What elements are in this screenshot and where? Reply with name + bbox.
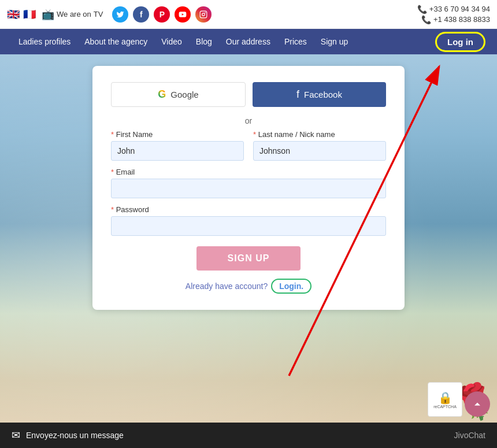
already-account-text: Already have account? Login. [111,279,386,294]
instagram-icon[interactable] [195,6,212,23]
facebook-label: Facebook [304,90,342,99]
login-button[interactable]: Log in [435,32,485,52]
phone-number-2: +1 438 838 8833 [433,15,490,24]
nav-about-agency[interactable]: About the agency [77,29,154,54]
chat-bar[interactable]: ✉ Envoyez-nous un message JivoChat [0,423,497,448]
phone-icon-1: 📞 [417,5,427,14]
chat-message: Envoyez-nous un message [26,431,454,440]
facebook-social-icon[interactable]: f [133,6,149,23]
password-group: * Password [111,205,386,236]
pinterest-icon[interactable]: P [154,6,170,23]
recaptcha-text: reCAPTCHA [433,405,457,409]
first-name-label: * First Name [111,130,244,139]
or-divider: or [111,116,386,125]
recaptcha-badge: 🔒 reCAPTCHA [428,382,462,417]
email-label: * Email [111,168,386,176]
nav-bar: Ladies profiles About the agency Video B… [0,29,497,54]
recaptcha-icon: 🔒 [438,391,453,405]
youtube-icon[interactable] [175,6,191,23]
flags: 🇬🇧 🇫🇷 [7,8,36,21]
tv-banner: 📺 We are on TV [42,8,103,21]
nav-sign-up[interactable]: Sign up [314,29,355,54]
nav-our-address[interactable]: Our address [219,29,277,54]
login-link[interactable]: Login. [271,279,311,294]
nav-video[interactable]: Video [154,29,189,54]
nav-blog[interactable]: Blog [189,29,219,54]
phone-1: 📞 +33 6 70 94 34 94 [417,5,490,14]
email-group: * Email [111,168,386,198]
phone-info: 📞 +33 6 70 94 34 94 📞 +1 438 838 8833 [417,5,490,24]
last-name-input[interactable] [253,141,386,161]
top-bar: 🇬🇧 🇫🇷 📺 We are on TV f P 📞 +33 6 70 94 3… [0,0,497,29]
phone-2: 📞 +1 438 838 8833 [421,15,490,24]
first-name-group: * First Name [111,130,244,161]
flag-fr-icon[interactable]: 🇫🇷 [23,8,36,21]
auth-buttons: G Google f Facebook [111,82,386,107]
signup-form-card: G Google f Facebook or * First Name * [92,66,405,310]
facebook-signin-button[interactable]: f Facebook [253,82,386,107]
svg-point-3 [205,12,206,13]
twitter-icon[interactable] [112,6,128,23]
envelope-icon: ✉ [12,429,20,442]
signup-button[interactable]: SIGN UP [196,246,301,271]
password-input[interactable] [111,216,386,236]
already-account-label: Already have account? [186,282,268,291]
facebook-icon: f [296,88,299,101]
last-name-label: * Last name / Nick name [253,130,386,139]
svg-point-2 [202,13,205,16]
main-content: G Google f Facebook or * First Name * [0,54,497,321]
google-icon: G [158,88,166,101]
google-signin-button[interactable]: G Google [111,82,246,107]
we-are-on-text: We are on [57,10,91,18]
name-row: * First Name * Last name / Nick name [111,130,386,161]
nav-prices[interactable]: Prices [277,29,314,54]
svg-rect-1 [201,11,207,18]
email-input[interactable] [111,179,386,198]
social-icons: f P [112,6,212,23]
tv-label: TV [94,10,103,18]
phone-number-1: +33 6 70 94 34 94 [429,5,490,13]
google-label: Google [170,90,198,99]
first-name-input[interactable] [111,141,244,161]
flag-uk-icon[interactable]: 🇬🇧 [7,8,20,21]
nav-ladies-profiles[interactable]: Ladies profiles [12,29,77,54]
scroll-to-top-button[interactable] [465,391,490,417]
chat-brand: JivoChat [454,431,485,440]
phone-icon-2: 📞 [421,15,431,24]
tv-icon: 📺 [42,8,54,21]
password-label: * Password [111,205,386,214]
last-name-group: * Last name / Nick name [253,130,386,161]
